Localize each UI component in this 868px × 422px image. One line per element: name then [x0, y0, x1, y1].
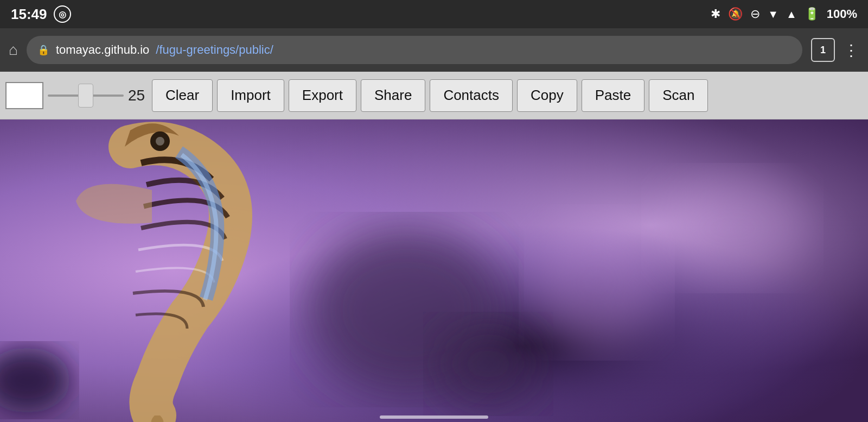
slider-value: 25	[128, 87, 148, 104]
url-path: /fugu-greetings/public/	[156, 43, 273, 57]
import-button[interactable]: Import	[217, 79, 284, 112]
more-menu-button[interactable]: ⋮	[844, 41, 859, 59]
svg-point-5	[532, 217, 662, 348]
toolbar: 25 Clear Import Export Share Contacts Co…	[0, 72, 868, 119]
status-left: 15:49 ◎	[11, 5, 71, 23]
svg-point-4	[434, 320, 542, 407]
home-button[interactable]: ⌂	[9, 41, 18, 59]
color-swatch[interactable]	[5, 82, 43, 109]
contacts-button[interactable]: Contacts	[430, 79, 513, 112]
svg-point-9	[156, 137, 164, 146]
slider-container	[48, 95, 124, 97]
brush-size-slider[interactable]	[48, 95, 124, 97]
mute-icon: 🔕	[728, 7, 743, 21]
home-bar	[380, 415, 488, 419]
slider-thumb[interactable]	[78, 84, 93, 108]
scan-button[interactable]: Scan	[649, 79, 708, 112]
pocket-icon: ◎	[54, 5, 71, 23]
url-base: tomayac.github.io	[56, 43, 149, 57]
svg-point-6	[656, 174, 808, 282]
battery-percent: 100%	[827, 7, 857, 21]
clear-button[interactable]: Clear	[152, 79, 213, 112]
status-bar: 15:49 ◎ ✱ 🔕 ⊖ ▼ ▲ 🔋 100%	[0, 0, 868, 28]
time-display: 15:49	[11, 6, 47, 23]
tab-count-button[interactable]: 1	[811, 38, 835, 62]
lock-icon: 🔒	[37, 44, 49, 56]
battery-icon: 🔋	[805, 7, 819, 21]
address-pill[interactable]: 🔒 tomayac.github.io /fugu-greetings/publ…	[27, 36, 802, 64]
fish-image	[0, 119, 868, 422]
address-bar-row: ⌂ 🔒 tomayac.github.io /fugu-greetings/pu…	[0, 28, 868, 72]
export-button[interactable]: Export	[289, 79, 356, 112]
dnd-icon: ⊖	[750, 7, 760, 21]
wifi-icon: ▼	[768, 8, 778, 21]
signal-icon: ▲	[786, 8, 797, 21]
paste-button[interactable]: Paste	[582, 79, 645, 112]
copy-button[interactable]: Copy	[517, 79, 577, 112]
status-right: ✱ 🔕 ⊖ ▼ ▲ 🔋 100%	[711, 7, 857, 21]
share-button[interactable]: Share	[361, 79, 425, 112]
bluetooth-icon: ✱	[711, 7, 720, 21]
main-content[interactable]	[0, 119, 868, 422]
